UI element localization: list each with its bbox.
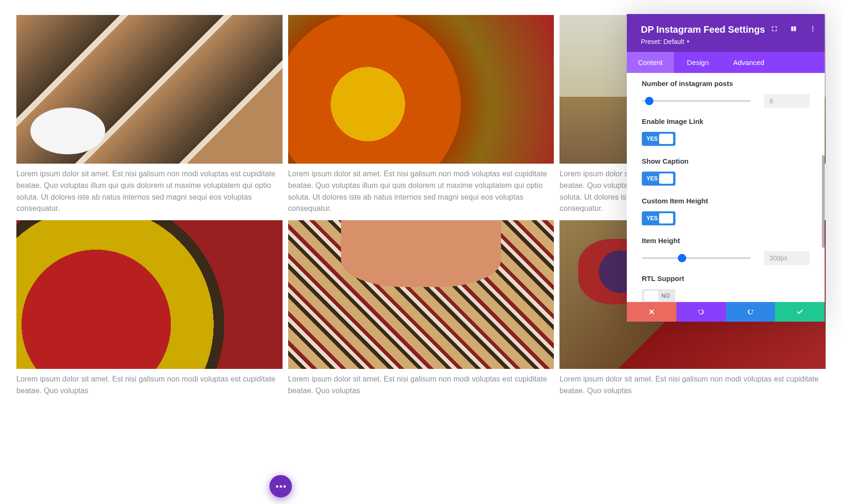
feed-item: Lorem ipsum dolor sit amet. Est nisi gal… <box>16 220 283 397</box>
feed-image[interactable] <box>288 15 554 164</box>
svg-point-1 <box>812 28 813 29</box>
feed-item: Lorem ipsum dolor sit amet. Est nisi gal… <box>288 220 554 397</box>
item-height-label: Item Height <box>642 237 810 245</box>
svg-point-0 <box>812 26 813 28</box>
undo-icon <box>697 308 705 316</box>
posts-count-label: Number of instagram posts <box>642 79 810 87</box>
item-height-value[interactable]: 300px <box>764 251 810 265</box>
feed-caption: Lorem ipsum dolor sit amet. Est nisi gal… <box>16 374 283 397</box>
save-button[interactable] <box>775 302 825 322</box>
custom-item-height-label: Custom Item Height <box>642 197 810 205</box>
show-caption-label: Show Caption <box>642 157 810 165</box>
feed-item: Lorem ipsum dolor sit amet. Est nisi gal… <box>16 15 283 215</box>
check-icon <box>796 308 804 316</box>
feed-image[interactable] <box>16 15 283 164</box>
close-icon <box>648 308 655 316</box>
expand-icon[interactable] <box>771 25 778 34</box>
feed-caption: Lorem ipsum dolor sit amet. Est nisi gal… <box>288 374 554 397</box>
posts-count-slider[interactable] <box>642 100 751 102</box>
preset-dropdown[interactable]: Preset: Default▼ <box>641 38 815 45</box>
feed-caption: Lorem ipsum dolor sit amet. Est nisi gal… <box>16 168 283 215</box>
enable-image-link-label: Enable Image Link <box>642 117 810 125</box>
custom-item-height-toggle[interactable]: YES <box>642 211 675 225</box>
columns-icon[interactable] <box>790 25 797 34</box>
panel-header: DP Instagram Feed Settings Preset: Defau… <box>627 14 825 52</box>
item-height-slider[interactable] <box>642 257 751 259</box>
panel-footer <box>627 302 825 322</box>
show-caption-toggle[interactable]: YES <box>642 172 675 186</box>
module-actions-fab[interactable] <box>269 475 292 497</box>
settings-tabs: Content Design Advanced <box>627 52 825 73</box>
tab-design[interactable]: Design <box>676 52 720 73</box>
scrollbar-thumb[interactable] <box>822 155 825 248</box>
feed-caption: Lorem ipsum dolor sit amet. Est nisi gal… <box>559 374 826 397</box>
settings-panel: DP Instagram Feed Settings Preset: Defau… <box>627 14 825 322</box>
enable-image-link-toggle[interactable]: YES <box>642 132 675 146</box>
cancel-button[interactable] <box>627 302 676 322</box>
svg-point-2 <box>812 30 813 32</box>
feed-image[interactable] <box>288 220 554 369</box>
tab-content[interactable]: Content <box>627 52 674 73</box>
kebab-menu-icon[interactable] <box>809 25 816 34</box>
rtl-support-label: RTL Support <box>642 274 810 282</box>
redo-icon <box>747 308 754 316</box>
rtl-support-toggle[interactable]: NO <box>642 289 675 302</box>
tab-advanced[interactable]: Advanced <box>722 52 776 73</box>
feed-caption: Lorem ipsum dolor sit amet. Est nisi gal… <box>288 168 554 215</box>
undo-button[interactable] <box>676 302 726 322</box>
panel-body: Number of instagram posts 6 Enable Image… <box>627 73 825 302</box>
feed-item: Lorem ipsum dolor sit amet. Est nisi gal… <box>288 15 554 215</box>
feed-image[interactable] <box>16 220 283 369</box>
redo-button[interactable] <box>726 302 776 322</box>
posts-count-value[interactable]: 6 <box>764 94 810 108</box>
